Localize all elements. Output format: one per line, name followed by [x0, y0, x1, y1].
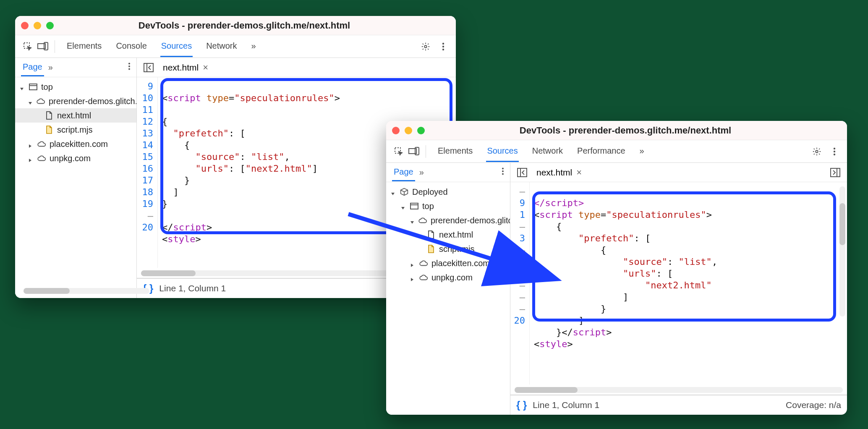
close-icon[interactable]	[21, 22, 29, 29]
sidebar-scrollbar[interactable]	[24, 288, 149, 294]
window-controls	[392, 127, 425, 134]
pretty-print-icon[interactable]: { }	[516, 399, 527, 411]
window-title: DevTools - prerender-demos.glitch.me/nex…	[64, 20, 425, 31]
tree-row-deployed[interactable]: Deployed	[386, 185, 510, 199]
file-icon	[426, 244, 436, 254]
tabs-overflow[interactable]: »	[251, 36, 257, 57]
svg-point-9	[128, 68, 130, 70]
minimize-icon[interactable]	[405, 127, 412, 134]
tab-elements[interactable]: Elements	[437, 141, 473, 162]
kebab-icon[interactable]	[436, 39, 451, 54]
inspect-icon[interactable]	[20, 39, 35, 54]
tree-label: prerender-demos.glitch.me	[49, 97, 136, 106]
sidebar-tab-page[interactable]: Page	[392, 164, 415, 181]
tree-row-origin[interactable]: placekitten.com	[15, 137, 136, 151]
tab-performance[interactable]: Performance	[576, 141, 626, 162]
tab-sources[interactable]: Sources	[160, 36, 193, 57]
svg-point-8	[128, 65, 130, 67]
zoom-icon[interactable]	[46, 22, 54, 29]
close-icon[interactable]: ×	[576, 167, 582, 178]
tab-console[interactable]: Console	[115, 36, 147, 57]
scroll-thumb[interactable]	[141, 270, 196, 276]
devtools-header: Elements Sources Network Performance »	[386, 140, 847, 163]
tree-row-file-script[interactable]: script.mjs	[386, 242, 510, 256]
tab-sources[interactable]: Sources	[486, 141, 518, 162]
sidebar-tab-page[interactable]: Page	[21, 59, 44, 76]
sidebar-tabs-overflow[interactable]: »	[48, 63, 53, 72]
tree-row-origin[interactable]: unpkg.com	[15, 151, 136, 165]
titlebar: DevTools - prerender-demos.glitch.me/nex…	[386, 121, 847, 140]
cloud-icon	[37, 139, 46, 149]
svg-rect-25	[410, 203, 418, 209]
tree-row-origin[interactable]: prerender-demos.glitch.me	[386, 213, 510, 228]
tab-network[interactable]: Network	[531, 141, 564, 162]
editor-tab-label: next.html	[163, 63, 199, 73]
editor-panel: next.html × –91–3––6–––20 </script> <scr…	[510, 163, 847, 415]
svg-point-20	[834, 150, 835, 152]
vertical-scrollbar[interactable]	[839, 186, 845, 317]
gear-icon[interactable]	[809, 144, 824, 159]
editor-tab-label: next.html	[536, 167, 572, 178]
tree-label: Deployed	[412, 187, 448, 197]
kebab-icon[interactable]	[827, 144, 842, 159]
scroll-thumb[interactable]	[24, 288, 70, 294]
tabs-overflow[interactable]: »	[639, 141, 645, 162]
toggle-navigator-icon[interactable]	[515, 165, 530, 180]
device-toolbar-icon[interactable]	[406, 144, 421, 159]
file-icon	[44, 111, 54, 120]
inspect-icon[interactable]	[391, 144, 406, 159]
sidebar-tabs-overflow[interactable]: »	[419, 167, 424, 177]
scroll-thumb[interactable]	[515, 387, 578, 393]
tab-elements[interactable]: Elements	[66, 36, 102, 57]
cloud-icon	[419, 259, 428, 268]
sidebar-kebab-icon[interactable]	[502, 167, 504, 177]
svg-point-7	[128, 63, 130, 65]
device-toolbar-icon[interactable]	[35, 39, 50, 54]
file-icon	[426, 230, 436, 239]
sidebar-kebab-icon[interactable]	[128, 63, 131, 72]
tree-row-origin[interactable]: unpkg.com	[386, 270, 510, 285]
divider	[55, 40, 55, 53]
close-icon[interactable]	[392, 127, 400, 134]
editor-body[interactable]: –91–3––6–––20 </script> <script type="sp…	[510, 182, 847, 385]
tree-row-top[interactable]: top	[15, 80, 136, 94]
tree-row-file-next[interactable]: next.html	[386, 228, 510, 242]
zoom-icon[interactable]	[417, 127, 425, 134]
svg-rect-10	[29, 84, 37, 90]
tree-row-origin[interactable]: placekitten.com	[386, 256, 510, 270]
svg-point-23	[502, 170, 504, 172]
titlebar: DevTools - prerender-demos.glitch.me/nex…	[15, 16, 456, 35]
cloud-icon	[419, 273, 428, 282]
toggle-debugger-icon[interactable]	[828, 165, 843, 180]
tree-row-file-next[interactable]: next.html	[15, 108, 136, 123]
code-content[interactable]: </script> <script type="speculationrules…	[530, 182, 847, 385]
tree-label: unpkg.com	[50, 154, 91, 163]
tab-network[interactable]: Network	[205, 36, 238, 57]
tree-row-file-script[interactable]: script.mjs	[15, 123, 136, 137]
scroll-thumb[interactable]	[839, 203, 845, 245]
editor-tab-next[interactable]: next.html ×	[160, 62, 211, 73]
svg-point-22	[502, 168, 504, 170]
coverage-status: Coverage: n/a	[786, 400, 841, 410]
cloud-icon	[37, 154, 46, 163]
cloud-icon	[418, 216, 427, 225]
gear-icon[interactable]	[418, 39, 433, 54]
devtools-window-b: DevTools - prerender-demos.glitch.me/nex…	[386, 121, 847, 415]
tree-label: unpkg.com	[431, 273, 473, 283]
svg-point-21	[834, 153, 835, 155]
tree-row-top[interactable]: top	[386, 199, 510, 213]
package-icon	[400, 187, 409, 196]
toggle-navigator-icon[interactable]	[141, 60, 156, 75]
horizontal-scrollbar[interactable]	[515, 387, 843, 393]
panel-tabs: Elements Console Sources Network »	[66, 36, 418, 57]
tree-row-origin[interactable]: prerender-demos.glitch.me	[15, 94, 136, 108]
svg-point-24	[502, 173, 504, 175]
editor-tab-next[interactable]: next.html ×	[534, 167, 584, 178]
file-icon	[44, 125, 54, 134]
svg-point-4	[442, 42, 444, 44]
close-icon[interactable]: ×	[203, 62, 208, 73]
tree-label: next.html	[57, 111, 91, 120]
svg-point-19	[834, 147, 835, 149]
minimize-icon[interactable]	[34, 22, 41, 29]
tree-label: top	[41, 82, 53, 92]
